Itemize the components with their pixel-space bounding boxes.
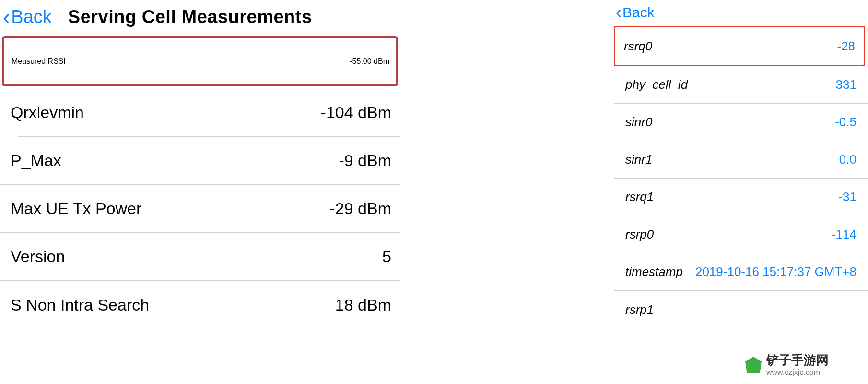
back-button-left[interactable]: ‹ Back [3,6,52,28]
row-max-ue-tx-power[interactable]: Max UE Tx Power -29 dBm [0,185,400,233]
row-rsrq0-highlight: rsrq0 -28 [614,26,865,66]
row-value: -55.00 dBm [350,57,389,66]
row-pmax[interactable]: P_Max -9 dBm [0,137,400,185]
row-sinr0[interactable]: sinr0 -0.5 [614,104,868,141]
row-qrxlevmin[interactable]: Qrxlevmin -104 dBm [0,88,400,136]
row-label: Max UE Tx Power [11,199,141,218]
row-value: 0.0 [839,152,856,167]
row-value: -0.5 [835,115,856,130]
row-value: -114 [832,227,856,242]
left-panel: ‹ Back Serving Cell Measurements Measure… [0,0,400,384]
row-label: S Non Intra Search [11,296,149,314]
row-timestamp[interactable]: timestamp 2019-10-16 15:17:37 GMT+8 [614,253,868,291]
row-label: rsrq0 [624,39,652,54]
row-measured-rssi[interactable]: Measured RSSI -55.00 dBm [4,38,396,84]
row-measured-rssi-highlight: Measured RSSI -55.00 dBm [2,36,398,86]
left-navbar: ‹ Back Serving Cell Measurements [0,0,400,34]
back-label-left: Back [11,7,51,27]
row-value: -28 [837,39,855,54]
row-rsrp0[interactable]: rsrp0 -114 [614,216,868,253]
row-value: -29 dBm [330,199,392,218]
panel-gap [400,0,614,384]
back-button-right[interactable]: ‹ Back [616,4,655,21]
row-value: -104 dBm [321,103,391,122]
row-label: Version [11,247,65,266]
row-phy-cell-id[interactable]: phy_cell_id 331 [614,66,868,104]
row-sinr1[interactable]: sinr1 0.0 [614,141,868,179]
right-navbar: ‹ Back [614,0,868,25]
row-label: sinr1 [625,152,652,167]
row-label: rsrp1 [625,302,654,317]
row-value: 5 [382,247,391,266]
chevron-left-icon: ‹ [616,4,622,21]
chevron-left-icon: ‹ [3,6,10,28]
row-rsrp1[interactable]: rsrp1 [614,291,868,328]
row-label: phy_cell_id [625,77,688,92]
row-version[interactable]: Version 5 [0,233,400,281]
page-title-left: Serving Cell Measurements [68,7,312,27]
row-label: rsrp0 [625,227,654,242]
row-label: Measured RSSI [12,57,66,66]
row-label: Qrxlevmin [11,103,84,122]
row-label: timestamp [625,264,683,279]
row-label: sinr0 [625,115,652,130]
row-rsrq0[interactable]: rsrq0 -28 [615,27,864,65]
row-value: -31 [838,190,856,204]
row-s-non-intra-search[interactable]: S Non Intra Search 18 dBm [0,281,400,329]
row-value: -9 dBm [339,151,391,170]
row-label: P_Max [11,151,61,170]
back-label-right: Back [622,4,655,21]
row-rsrq1[interactable]: rsrq1 -31 [614,179,868,216]
row-value: 331 [836,77,856,92]
row-value: 18 dBm [335,296,391,314]
right-panel: ‹ Back rsrq0 -28 phy_cell_id 331 sinr0 -… [614,0,868,384]
row-label: rsrq1 [625,190,654,204]
row-value: 2019-10-16 15:17:37 GMT+8 [695,264,856,279]
